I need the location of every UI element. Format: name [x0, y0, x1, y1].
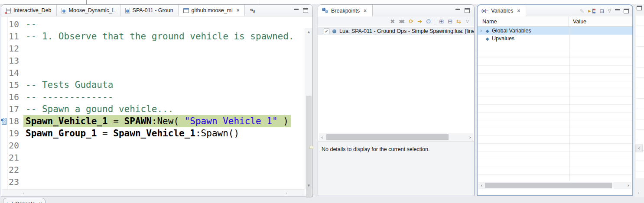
toolbar-separator	[435, 19, 435, 25]
breakpoint-row[interactable]: ✓Lua: SPA-011 - Ground Ops - Simple Spaw…	[318, 27, 474, 35]
cropped-table-grid	[636, 16, 644, 178]
scroll-right-icon[interactable]: ›	[286, 190, 287, 196]
expand-all-icon[interactable]: ⊞	[439, 19, 444, 24]
eclipse-debug-workbench: Interactive_DebMoose_Dynamic_LSPA-011 - …	[0, 0, 644, 203]
code-line[interactable]: 14	[1, 67, 305, 79]
editor-vscrollbar[interactable]: ▲ ▼	[305, 28, 312, 189]
editor-tab[interactable]: Moose_Dynamic_L	[57, 5, 120, 16]
variables-hscrollbar[interactable]: ‹ ›	[478, 182, 631, 189]
lua-file-icon	[62, 8, 66, 13]
variables-panel: (x)= Variables × ✎ ⊟ ▽ Name Value ›◆Glob…	[477, 4, 633, 196]
code-line[interactable]: 15-- Tests Gudauta	[1, 79, 305, 91]
remove-all-breakpoints-icon[interactable]: ✖✖	[399, 19, 405, 24]
variables-column-headers: Name Value	[478, 16, 632, 27]
minimize-icon[interactable]	[455, 9, 460, 10]
code-line[interactable]: 21	[1, 151, 305, 164]
editor-tab[interactable]: Interactive_Deb	[1, 5, 57, 16]
tab-console[interactable]: Console ×	[3, 198, 46, 203]
line-number: 19	[1, 127, 22, 139]
variable-name: Upvalues	[491, 35, 514, 42]
scroll-left-icon[interactable]: ‹	[635, 144, 643, 152]
code-line[interactable]: 20	[1, 139, 305, 151]
code-line[interactable]: 13	[1, 55, 305, 67]
scroll-left-icon[interactable]: ‹	[635, 190, 642, 196]
code-line[interactable]: 19Spawn_Group_1 = Spawn_Vehicle_1:Spawn(…	[1, 127, 305, 139]
scroll-left-icon[interactable]: ‹	[23, 190, 24, 196]
breakpoints-list[interactable]: ✓Lua: SPA-011 - Ground Ops - Simple Spaw…	[318, 26, 474, 133]
toolbar-separator	[86, 0, 87, 4]
breakpoint-details-area: No details to display for the current se…	[318, 142, 474, 196]
maximize-icon[interactable]	[465, 8, 470, 13]
breakpoint-checkbox[interactable]: ✓	[324, 29, 329, 34]
tab-overflow-chevron[interactable]: »8	[250, 5, 255, 16]
scroll-left-icon[interactable]: ‹	[321, 135, 323, 140]
close-icon[interactable]: ×	[39, 201, 42, 203]
go-to-file-for-breakpoint-icon[interactable]: ➔	[417, 19, 422, 24]
code-area[interactable]: 10--11-- 1. Observe that the ground vehi…	[1, 18, 305, 189]
view-menu-icon[interactable]: ▽	[466, 19, 469, 23]
code-text: --	[23, 18, 39, 30]
show-logical-structure-icon[interactable]	[588, 8, 595, 14]
editor-panel: Interactive_DebMoose_Dynamic_LSPA-011 - …	[1, 4, 313, 197]
variable-row[interactable]: ◆Upvalues	[478, 35, 632, 42]
code-line[interactable]: 16-- -------------	[1, 91, 305, 103]
skip-all-breakpoints-icon[interactable]: ∅	[426, 19, 431, 24]
code-line[interactable]: 23	[1, 176, 305, 188]
editor-tab-label: SPA-011 - Groun	[133, 7, 173, 13]
show-supporting-breakpoints-icon[interactable]: ⟳	[409, 19, 413, 24]
editor-tab-label: Interactive_Deb	[13, 7, 52, 13]
line-number: 12	[1, 42, 22, 55]
maximize-icon[interactable]	[303, 8, 308, 13]
scroll-right-icon[interactable]: ›	[628, 183, 629, 188]
breakpoints-panel: Breakpoints × ✖✖✖⟳➔∅⊞⊟⇆▽ ✓Lua: SPA-011 -…	[318, 4, 475, 196]
view-menu-icon[interactable]: ▽	[608, 9, 611, 13]
minimize-icon[interactable]	[615, 9, 620, 10]
code-editor[interactable]: 10--11-- 1. Observe that the ground vehi…	[1, 16, 312, 197]
close-icon[interactable]: ×	[517, 8, 520, 14]
code-line[interactable]: 22	[1, 164, 305, 176]
console-tab-label: Console	[15, 201, 35, 203]
tab-variables[interactable]: (x)= Variables ×	[478, 5, 526, 16]
variables-table[interactable]: ›◆Global Variables◆Upvalues	[478, 27, 632, 181]
scroll-right-icon[interactable]: ›	[469, 135, 471, 140]
close-icon[interactable]: ×	[364, 8, 367, 14]
maximize-icon[interactable]	[637, 6, 642, 10]
scroll-left-icon[interactable]: ‹	[481, 183, 482, 188]
chevron-double-icon: »	[250, 6, 253, 13]
show-type-names-icon: ✎	[579, 8, 584, 14]
expand-chevron-icon[interactable]: ›	[478, 28, 484, 34]
code-line[interactable]: ▸18Spawn_Vehicle_1 = SPAWN:New( "Spawn V…	[1, 115, 305, 127]
editor-tab[interactable]: SPA-011 - Groun	[120, 5, 179, 16]
variable-row[interactable]: ›◆Global Variables	[478, 27, 632, 35]
editor-tab-label: Moose_Dynamic_L	[69, 7, 115, 13]
variables-toolbar: ✎ ⊟ ▽	[579, 8, 632, 14]
code-text: Spawn_Vehicle_1 = SPAWN:New( "Spawn Vehi…	[23, 115, 291, 127]
scroll-up-icon[interactable]: ▲	[305, 29, 312, 35]
scrollbar-thumb[interactable]	[485, 183, 612, 188]
remove-breakpoint-icon[interactable]: ✖	[390, 19, 395, 24]
hidden-tab-count: 8	[253, 10, 255, 14]
link-with-debug-view-icon[interactable]: ⇆	[456, 19, 461, 24]
code-line[interactable]: 12	[1, 42, 305, 55]
editor-tab[interactable]: github.moose_mi×	[179, 5, 245, 16]
minimize-icon[interactable]	[294, 9, 299, 10]
tab-breakpoints[interactable]: Breakpoints ×	[318, 5, 373, 16]
collapse-all-icon[interactable]: ⊟	[448, 19, 452, 24]
editor-hscrollbar[interactable]: ‹ ›	[2, 189, 305, 197]
collapse-all-icon[interactable]: ⊟	[599, 8, 604, 14]
column-header-value[interactable]: Value	[569, 19, 586, 25]
line-number: 14	[1, 67, 22, 79]
breakpoints-hscrollbar[interactable]: ‹ ›	[319, 133, 473, 141]
sash-handle[interactable]	[309, 146, 313, 149]
column-divider	[569, 27, 570, 181]
code-line[interactable]: 11-- 1. Observe that the ground vehicle …	[1, 30, 305, 42]
variable-diamond-icon: ◆	[484, 36, 491, 41]
close-icon[interactable]: ×	[237, 7, 240, 13]
scroll-down-icon[interactable]: ▼	[305, 182, 312, 189]
column-header-name[interactable]: Name	[478, 19, 569, 25]
code-line[interactable]: 10--	[1, 18, 305, 30]
maximize-icon[interactable]	[624, 9, 629, 13]
code-line[interactable]: 17-- Spawn a gound vehicle...	[1, 103, 305, 115]
scrollbar-thumb[interactable]	[326, 134, 449, 140]
breakpoints-icon	[322, 8, 329, 13]
